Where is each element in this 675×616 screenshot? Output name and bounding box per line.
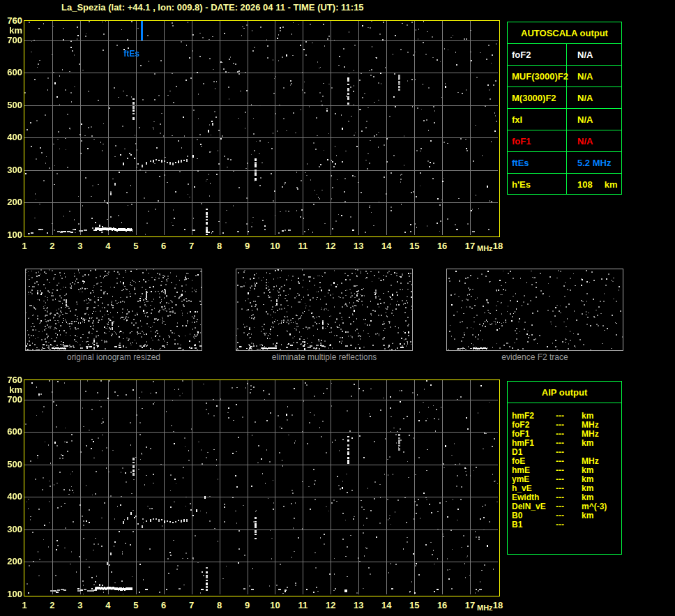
param-label: foF1 <box>508 130 567 151</box>
autoscala-table-header: AUTOSCALA output <box>508 22 621 43</box>
aip-output-table: AIP output hmF2---kmfoF2---MHzfoF1---MHz… <box>507 381 622 555</box>
x-tick-label: 3 <box>70 600 91 610</box>
aip-cell: --- <box>556 429 582 439</box>
x-tick-label: 5 <box>126 600 146 610</box>
aip-cell: --- <box>556 474 582 484</box>
autoscala-row-MUF(3000)F2: MUF(3000)F2N/A <box>508 65 621 87</box>
y-tick-label: 700 <box>0 36 22 45</box>
aip-table-header: AIP output <box>508 382 621 403</box>
x-tick-label: 16 <box>432 241 453 251</box>
aip-row-hmF1: hmF1---km <box>508 438 621 447</box>
autoscala-app-window: La_Spezia (lat: +44.1 , lon: 009.8) - DA… <box>0 0 675 616</box>
y-tick-label: 600 <box>0 427 22 437</box>
autoscala-table-rows: foF2N/AMUF(3000)F2N/AM(3000)F2N/AfxIN/Af… <box>508 43 621 195</box>
aip-row-ymE: ymE---km <box>508 474 621 483</box>
aip-row-hmE: hmE---km <box>508 465 621 474</box>
x-tick-label: 13 <box>348 241 369 251</box>
x-axis-unit-label: MHz <box>477 244 493 253</box>
x-tick-label: 15 <box>404 600 425 610</box>
aip-cell: km <box>582 411 621 421</box>
x-axis-unit-label: MHz <box>477 603 493 612</box>
param-value: N/A <box>567 87 621 108</box>
y-tick-label: 200 <box>0 197 22 207</box>
x-tick-label: 4 <box>98 241 119 251</box>
x-tick-label: 12 <box>320 241 341 251</box>
thumbnail-evidence-f2-trace <box>446 269 623 351</box>
x-tick-label: 2 <box>42 600 63 610</box>
aip-cell: hmF2 <box>512 411 556 421</box>
x-tick-label: 6 <box>153 600 174 610</box>
aip-row-foF1: foF1---MHz <box>508 429 621 438</box>
y-tick-label: 300 <box>0 525 22 534</box>
x-tick-label: 9 <box>237 600 258 610</box>
y-tick-label: 760 <box>0 16 22 26</box>
x-tick-label: 14 <box>376 600 397 610</box>
aip-row-Ewidth: Ewidth---km <box>508 493 621 502</box>
aip-cell: km <box>582 483 621 493</box>
x-tick-label: 4 <box>98 600 119 610</box>
ftes-marker-label: ftEs <box>109 49 139 59</box>
param-value: N/A <box>567 44 621 65</box>
aip-cell: hmF1 <box>512 438 556 448</box>
aip-cell: ymE <box>512 474 556 484</box>
aip-cell: m^(-3) <box>582 502 621 511</box>
autoscala-row-h'Es: h'Es108km <box>508 173 621 195</box>
x-tick-label: 16 <box>432 600 453 610</box>
x-tick-label: 3 <box>70 241 91 251</box>
aip-cell: B0 <box>512 511 556 520</box>
y-tick-label: 400 <box>0 133 22 142</box>
aip-cell: --- <box>556 447 582 457</box>
aip-cell: B1 <box>512 520 556 529</box>
x-tick-label: 8 <box>209 600 230 610</box>
y-tick-label: 100 <box>0 230 22 240</box>
y-tick-label: 100 <box>0 589 22 599</box>
thumbnail-caption-2: eliminate multiple reflections <box>236 352 413 362</box>
thumbnail-caption-1: original ionogram resized <box>25 352 202 362</box>
x-tick-label: 12 <box>320 600 341 610</box>
param-value: 108km <box>567 174 621 195</box>
aip-cell: foF1 <box>512 429 556 439</box>
aip-cell: Ewidth <box>512 493 556 502</box>
y-tick-label: 200 <box>0 557 22 566</box>
autoscala-row-foF1: foF1N/A <box>508 130 621 151</box>
y-tick-label: 700 <box>0 395 22 405</box>
aip-cell: D1 <box>512 447 556 457</box>
aip-table-rows: hmF2---kmfoF2---MHzfoF1---MHzhmF1---kmD1… <box>508 403 621 529</box>
page-title: La_Spezia (lat: +44.1 , lon: 009.8) - DA… <box>61 2 364 13</box>
aip-cell: km <box>582 438 621 448</box>
x-tick-label: 2 <box>42 241 63 251</box>
aip-cell: MHz <box>582 420 621 430</box>
aip-cell: foF2 <box>512 420 556 430</box>
x-tick-label: 6 <box>153 241 174 251</box>
y-tick-label: 600 <box>0 68 22 77</box>
aip-cell: h_vE <box>512 483 556 493</box>
x-tick-label: 5 <box>126 241 146 251</box>
ionogram-canvas-bottom <box>24 380 498 594</box>
x-tick-label: 8 <box>209 241 230 251</box>
aip-cell: foE <box>512 456 556 466</box>
x-tick-label: 11 <box>292 600 313 610</box>
x-tick-label: 1 <box>14 241 35 251</box>
aip-cell: hmE <box>512 465 556 475</box>
aip-cell: MHz <box>582 456 621 466</box>
y-tick-label: 500 <box>0 100 22 110</box>
param-value: N/A <box>567 109 621 130</box>
x-tick-label: 14 <box>376 241 397 251</box>
autoscala-row-M(3000)F2: M(3000)F2N/A <box>508 87 621 108</box>
param-label: h'Es <box>508 174 567 195</box>
aip-row-B0: B0---km <box>508 511 621 520</box>
ionogram-canvas-top <box>24 21 498 235</box>
autoscala-row-foF2: foF2N/A <box>508 43 621 65</box>
y-tick-label: 400 <box>0 492 22 502</box>
aip-row-foE: foE---MHz <box>508 456 621 465</box>
aip-cell: --- <box>556 438 582 448</box>
y-axis-unit-label: km <box>0 385 22 395</box>
aip-cell: DelN_vE <box>512 502 556 511</box>
aip-row-h_vE: h_vE---km <box>508 483 621 493</box>
aip-cell: --- <box>556 520 582 529</box>
param-value: N/A <box>567 66 621 87</box>
aip-cell: --- <box>556 511 582 520</box>
param-label: M(3000)F2 <box>508 87 567 108</box>
autoscala-row-fxI: fxIN/A <box>508 108 621 130</box>
x-tick-label: 11 <box>292 241 313 251</box>
